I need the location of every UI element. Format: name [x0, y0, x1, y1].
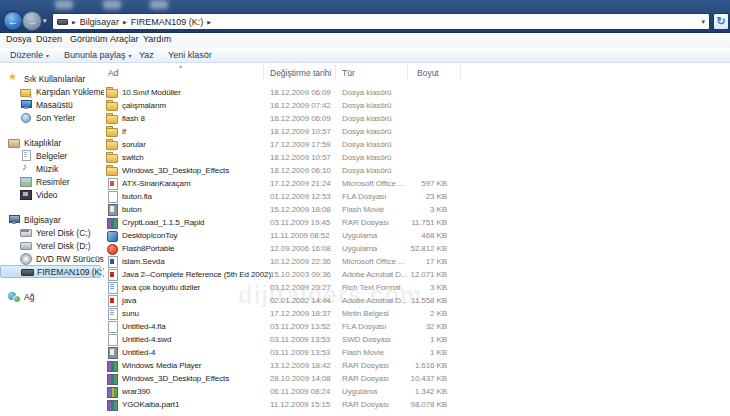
table-row[interactable]: buton15.12.2009 18:08Flash Movie3 KB [104, 203, 730, 216]
table-row[interactable]: if18.12.2009 10:57Dosya klasörü [104, 125, 730, 138]
sidebar-item-s-k-kullan-lanlar[interactable]: Sık Kullanılanlar [0, 72, 104, 85]
table-row[interactable]: 10.Sınıf Modüller18.12.2009 06:09Dosya k… [104, 86, 730, 99]
file-rows: 10.Sınıf Modüller18.12.2009 06:09Dosya k… [104, 86, 730, 411]
sidebar-item-dvd-rw-s-r-c-s-f[interactable]: DVD RW Sürücüsü (F [0, 252, 104, 265]
file-date-modified: 03.11.2009 13:52 [270, 320, 330, 333]
sidebar-item-belgeler[interactable]: Belgeler [0, 149, 104, 162]
toolbar-label: Yaz [139, 50, 154, 60]
sidebar-item-kar-dan-y-klemeler[interactable]: Karşıdan Yüklemeler [0, 85, 104, 98]
file-name: ATX-SinanKaraçam [122, 179, 191, 188]
file-name: switch [122, 153, 144, 162]
file-type: RAR Dosyası [342, 372, 389, 385]
table-row[interactable]: wrar39006.11.2009 08:24Uygulama1.342 KB [104, 385, 730, 398]
file-date-modified: 03.11.2009 13:53 [270, 346, 330, 359]
refresh-button[interactable]: ↻ [713, 13, 729, 30]
file-size: 32 KB [392, 320, 447, 333]
menu-gorunum[interactable]: Görünüm [70, 34, 108, 44]
file-name-cell: Windows_3D_Desktop_Effects [106, 164, 229, 177]
table-row[interactable]: sunu17.12.2009 18:37Metin Belgesi2 KB [104, 307, 730, 320]
table-row[interactable]: Untitled-4.fla03.11.2009 13:52FLA Dosyas… [104, 320, 730, 333]
file-type: Dosya klasörü [342, 164, 391, 177]
sidebar-item-label: Yerel Disk (D:) [36, 241, 90, 251]
file-date-modified: 02.01.2002 14:44 [270, 294, 331, 307]
sidebar-item-resimler[interactable]: Resimler [0, 175, 104, 188]
column-header-size[interactable]: Boyut [417, 68, 439, 78]
address-bar[interactable]: ▶ Bilgisayar ▶ FIREMAN109 (K:) ▶ ▾ [52, 13, 710, 30]
sidebar-item-yerel-disk-d[interactable]: Yerel Disk (D:) [0, 239, 104, 252]
file-name: wrar390 [122, 387, 150, 396]
doc-icon [106, 321, 118, 332]
sidebar-item-video[interactable]: Video [0, 188, 104, 201]
table-row[interactable]: Untitled-4.swd03.11.2009 13:53SWD Dosyas… [104, 333, 730, 346]
toolbar-share-button[interactable]: Bununla paylaş ▾ [64, 48, 132, 62]
file-name-cell: Windows_3D_Desktop_Effects [106, 372, 229, 385]
command-toolbar: Düzenle ▾ Bununla paylaş ▾ Yaz Yeni klas… [0, 48, 730, 63]
breadcrumb-computer[interactable]: Bilgisayar [80, 17, 119, 27]
column-divider[interactable] [407, 65, 408, 80]
file-name: Windows_3D_Desktop_Effects [122, 374, 229, 383]
folder-icon [106, 165, 118, 176]
table-row[interactable]: Untitled-403.11.2009 13:53Flash Movie1 K… [104, 346, 730, 359]
file-date-modified: 06.11.2009 08:24 [270, 385, 330, 398]
sidebar-section: Ağ [0, 290, 104, 303]
table-row[interactable]: java çok boyutlu diziler03.12.2009 20:27… [104, 281, 730, 294]
forward-button[interactable]: → [22, 11, 42, 31]
sidebar-item-masa-st[interactable]: Masaüstü [0, 98, 104, 111]
file-date-modified: 13.12.2009 18:42 [270, 359, 331, 372]
table-row[interactable]: Java 2--Complete Reference (5th Ed 2002)… [104, 268, 730, 281]
sidebar-item-a[interactable]: Ağ [0, 290, 104, 303]
table-row[interactable]: çalışmalarım18.12.2009 07:42Dosya klasör… [104, 99, 730, 112]
file-date-modified: 15.10.2003 09:36 [270, 268, 331, 281]
toolbar-burn-button[interactable]: Yaz [139, 48, 154, 62]
column-header-type[interactable]: Tür [342, 68, 355, 78]
file-name: DesktopIconToy [122, 231, 178, 240]
column-header-name[interactable]: Ad [108, 68, 118, 78]
sidebar-item-m-zik[interactable]: Müzik [0, 162, 104, 175]
menu-duzen[interactable]: Düzen [36, 34, 62, 44]
table-row[interactable]: flash 818.12.2009 06:09Dosya klasörü [104, 112, 730, 125]
toolbar-duzenle-button[interactable]: Düzenle ▾ [10, 48, 49, 62]
file-size: 1 KB [392, 346, 447, 359]
menu-yardim[interactable]: Yardım [143, 34, 171, 44]
file-name: Untitled-4.fla [122, 322, 166, 331]
star-icon [8, 73, 20, 84]
file-date-modified: 28.10.2009 14:08 [270, 372, 331, 385]
table-row[interactable]: Windows Media Player13.12.2009 18:42RAR … [104, 359, 730, 372]
file-type: Uygulama [342, 229, 377, 242]
table-row[interactable]: Flash8Portable12.09.2006 16:08Uygulama52… [104, 242, 730, 255]
column-divider[interactable] [263, 65, 264, 80]
column-divider[interactable] [460, 65, 461, 80]
sidebar-item-yerel-disk-c[interactable]: Yerel Disk (C:) [0, 226, 104, 239]
sidebar-item-label: Bilgisayar [24, 215, 61, 225]
file-size: 468 KB [392, 229, 447, 242]
column-divider[interactable] [335, 65, 336, 80]
column-header-date-modified[interactable]: Değiştirme tarihi [270, 68, 331, 78]
sidebar-item-fireman109-k[interactable]: FIREMAN109 (K:) [0, 265, 101, 278]
title-bar: ← → ▾ ▶ Bilgisayar ▶ FIREMAN109 (K:) ▶ ▾… [0, 0, 730, 33]
table-row[interactable]: switch18.12.2009 10:57Dosya klasörü [104, 151, 730, 164]
table-row[interactable]: CryptLoad_1.1.5_Rapid03.11.2009 19:45RAR… [104, 216, 730, 229]
address-dropdown-icon[interactable]: ▾ [701, 18, 705, 26]
table-row[interactable]: islam.Sevda10.12.2009 22:36Microsoft Off… [104, 255, 730, 268]
table-row[interactable]: DesktopIconToy11.11.2009 08:52Uygulama46… [104, 229, 730, 242]
sidebar-item-label: Yerel Disk (C:) [36, 228, 90, 238]
table-row[interactable]: java02.01.2002 14:44Adobe Acrobat D...11… [104, 294, 730, 307]
table-row[interactable]: Windows_3D_Desktop_Effects18.12.2009 06:… [104, 164, 730, 177]
menu-dosya[interactable]: Dosya [6, 34, 32, 44]
table-row[interactable]: YGOKaiba.part111.12.2009 15:15RAR Dosyas… [104, 398, 730, 411]
menu-araclar[interactable]: Araçlar [110, 34, 139, 44]
toolbar-new-folder-button[interactable]: Yeni klasör [168, 48, 212, 62]
breadcrumb-drive[interactable]: FIREMAN109 (K:) [131, 17, 204, 27]
file-name-cell: switch [106, 151, 144, 164]
sidebar-item-son-yerler[interactable]: Son Yerler [0, 111, 104, 124]
disk2-icon [20, 240, 32, 251]
sidebar-item-bilgisayar[interactable]: Bilgisayar [0, 213, 104, 226]
file-size: 1.342 KB [392, 385, 447, 398]
table-row[interactable]: buton.fla01.12.2009 12:53FLA Dosyası23 K… [104, 190, 730, 203]
table-row[interactable]: ATX-SinanKaraçam17.12.2009 21:24Microsof… [104, 177, 730, 190]
table-row[interactable]: sorular17.12.2009 17:59Dosya klasörü [104, 138, 730, 151]
back-button[interactable]: ← [3, 11, 23, 31]
history-dropdown-icon[interactable]: ▾ [43, 17, 47, 25]
sidebar-item-kitapl-klar[interactable]: Kitaplıklar [0, 136, 104, 149]
table-row[interactable]: Windows_3D_Desktop_Effects28.10.2009 14:… [104, 372, 730, 385]
